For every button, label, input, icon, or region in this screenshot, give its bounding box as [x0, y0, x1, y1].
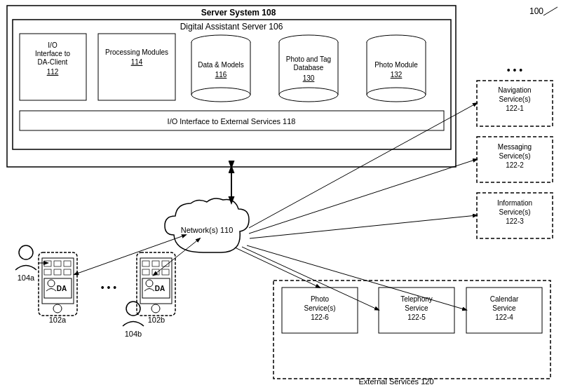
svg-text:I/O: I/O	[48, 41, 58, 49]
svg-line-1	[543, 7, 557, 15]
svg-text:114: 114	[131, 58, 143, 66]
svg-text:122-6: 122-6	[311, 313, 329, 321]
svg-text:Data & Models: Data & Models	[198, 61, 244, 69]
svg-text:Photo Module: Photo Module	[374, 61, 418, 69]
svg-text:102a: 102a	[49, 316, 67, 324]
svg-text:Service(s): Service(s)	[304, 304, 335, 312]
svg-text:Photo and Tag: Photo and Tag	[286, 55, 331, 63]
svg-text:112: 112	[47, 68, 59, 76]
svg-text:Interface to: Interface to	[35, 50, 70, 58]
svg-line-103	[235, 248, 320, 288]
svg-point-25	[279, 88, 338, 102]
svg-text:Server System 108: Server System 108	[201, 8, 276, 18]
svg-text:Navigation: Navigation	[498, 86, 531, 94]
svg-text:100: 100	[529, 6, 543, 16]
svg-text:Service: Service	[492, 304, 516, 312]
svg-text:122-2: 122-2	[506, 161, 524, 169]
svg-rect-11	[98, 34, 175, 100]
svg-text:DA: DA	[155, 285, 165, 292]
svg-text:Information: Information	[497, 199, 532, 207]
svg-text:DA: DA	[57, 285, 67, 292]
diagram: 100 Server System 108 Digital Assistant …	[0, 0, 561, 392]
svg-text:116: 116	[215, 71, 227, 79]
svg-text:Database: Database	[294, 64, 324, 72]
svg-text:DA-Client: DA-Client	[38, 58, 68, 66]
svg-text:Digital Assistant Server 106: Digital Assistant Server 106	[180, 22, 283, 32]
svg-line-99	[249, 159, 477, 234]
svg-text:Processing Modules: Processing Modules	[105, 48, 168, 56]
svg-text:132: 132	[391, 71, 403, 79]
svg-point-18	[191, 88, 250, 102]
svg-text:• • •: • • •	[101, 282, 117, 293]
svg-line-100	[250, 215, 477, 238]
svg-point-33	[367, 88, 426, 102]
svg-text:102b: 102b	[148, 316, 165, 324]
svg-text:Network(s) 110: Network(s) 110	[181, 226, 234, 234]
svg-text:122-4: 122-4	[495, 313, 513, 321]
svg-text:I/O Interface to External Serv: I/O Interface to External Services 118	[168, 117, 296, 126]
svg-text:104a: 104a	[18, 273, 35, 282]
svg-text:Calendar: Calendar	[490, 295, 519, 303]
svg-text:122-3: 122-3	[506, 217, 524, 225]
svg-text:122-5: 122-5	[407, 313, 426, 321]
svg-text:Telephony: Telephony	[400, 295, 433, 303]
svg-text:104b: 104b	[125, 330, 142, 338]
svg-text:130: 130	[303, 74, 315, 82]
svg-text:Service(s): Service(s)	[499, 95, 530, 103]
svg-text:122-1: 122-1	[506, 104, 524, 112]
svg-text:Messaging: Messaging	[498, 143, 532, 151]
svg-point-93	[19, 245, 33, 259]
svg-text:Service(s): Service(s)	[499, 152, 530, 160]
svg-text:Service(s): Service(s)	[499, 208, 530, 216]
svg-text:External Services 120: External Services 120	[359, 377, 434, 386]
svg-text:• • •: • • •	[507, 65, 523, 76]
svg-text:Photo: Photo	[311, 295, 330, 303]
svg-text:Service: Service	[405, 304, 428, 312]
